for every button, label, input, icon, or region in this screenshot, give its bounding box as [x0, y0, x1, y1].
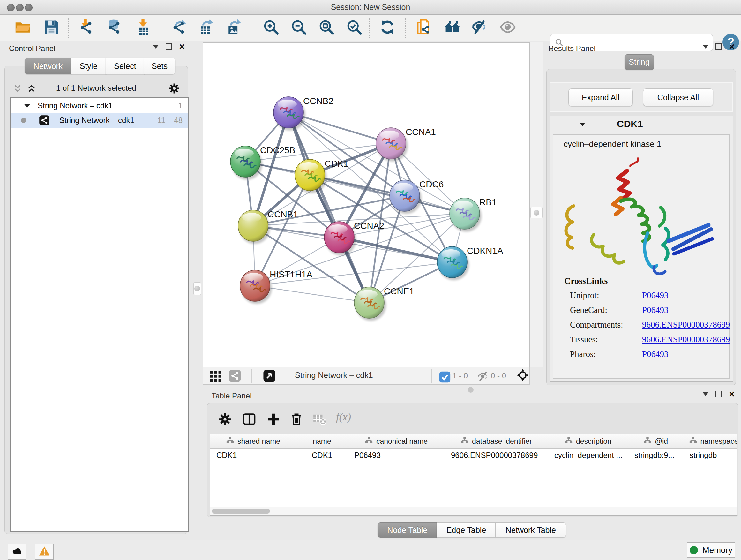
string-home-button[interactable] [443, 18, 461, 37]
tree-expand-icon[interactable] [22, 101, 32, 111]
zoom-out-icon [290, 19, 307, 37]
column-header-database-identifier[interactable]: database identifier [445, 434, 548, 449]
network-node-CCNB1[interactable]: CCNB1 [238, 209, 298, 244]
network-node-CCNE1[interactable]: CCNE1 [354, 287, 414, 321]
add-column-icon[interactable] [266, 412, 281, 427]
collapse-all-button[interactable]: Collapse All [643, 88, 713, 106]
crosslink-link[interactable]: P06493 [642, 291, 669, 300]
virtual-column-icon [461, 436, 469, 446]
tab-network-table[interactable]: Network Table [495, 522, 566, 538]
right-splitter[interactable] [530, 43, 543, 367]
import-network-button[interactable] [77, 18, 95, 37]
table-cell[interactable]: CDK1 [296, 448, 348, 462]
selected-checkbox-icon[interactable] [439, 371, 449, 381]
column-header-namespace[interactable]: namespace [683, 434, 737, 449]
right-splitter-handle[interactable] [530, 207, 542, 219]
column-header-name[interactable]: name [296, 434, 348, 449]
table-cell[interactable]: cyclin–dependent ... [548, 448, 628, 462]
cloud-status-button[interactable] [8, 544, 26, 560]
tab-network[interactable]: Network [24, 58, 71, 74]
crosshair-icon[interactable] [516, 369, 530, 383]
network-node-HIST1H1A[interactable]: HIST1H1A [240, 269, 313, 304]
cytoscape-window: Session: New Session ? Control Panel [0, 0, 741, 560]
table-cell[interactable]: stringdb:9... [628, 448, 683, 462]
crosslink-link[interactable]: 9606.ENSP00000378699 [642, 334, 730, 345]
column-header--id[interactable]: @id [628, 434, 684, 449]
column-header-shared-name[interactable]: shared name [210, 434, 296, 449]
save-session-button[interactable] [42, 18, 61, 37]
network-row-selected[interactable]: String Network – cdk1 11 48 [11, 113, 188, 128]
tab-sets[interactable]: Sets [144, 58, 175, 74]
panel-float-icon[interactable] [165, 44, 172, 50]
hidden-eye-icon[interactable] [477, 370, 488, 381]
network-badge-icon[interactable] [228, 369, 241, 382]
show-columns-icon[interactable] [242, 412, 257, 427]
warning-icon [39, 545, 50, 558]
table-cell[interactable]: 9606.ENSP00000378699 [445, 448, 548, 462]
network-node-CCNA2[interactable]: CCNA2 [324, 221, 384, 255]
export-network-button[interactable] [170, 18, 188, 37]
warnings-button[interactable] [35, 544, 54, 560]
crosslink-link[interactable]: 9606.ENSP00000378699 [642, 320, 730, 330]
network-node-CCNA1[interactable]: CCNA1 [376, 127, 436, 162]
zoom-out-button[interactable] [289, 18, 308, 37]
expand-all-button[interactable]: Expand All [568, 88, 633, 106]
import-network-from-database-button[interactable] [105, 18, 124, 37]
network-collection-row[interactable]: String Network – cdk1 1 [11, 98, 188, 113]
network-node-CDK1[interactable]: CDK1 [295, 159, 348, 193]
tab-string[interactable]: String [624, 54, 654, 70]
panel-close-icon[interactable]: × [179, 44, 185, 50]
column-header-canonical-name[interactable]: canonical name [348, 434, 445, 449]
virtual-column-icon [689, 436, 697, 446]
clone-network-button[interactable] [415, 18, 434, 37]
tab-node-table[interactable]: Node Table [378, 522, 437, 538]
zoom-selected-button[interactable] [345, 18, 363, 37]
column-header-description[interactable]: description [548, 434, 628, 449]
scrollbar-thumb[interactable] [212, 509, 270, 514]
toolbar-divider [431, 369, 432, 383]
zoom-fit-button[interactable] [317, 18, 336, 37]
panel-close-icon[interactable]: × [729, 44, 735, 50]
refresh-layout-button[interactable] [378, 18, 397, 37]
panel-close-icon[interactable]: × [729, 391, 735, 397]
open-session-button[interactable] [13, 18, 32, 37]
gene-section-header[interactable]: CDK1 [550, 116, 733, 132]
export-image-button[interactable] [225, 18, 243, 37]
panel-menu-icon[interactable] [703, 392, 709, 396]
table-cell[interactable]: P06493 [348, 448, 445, 462]
tab-edge-table[interactable]: Edge Table [436, 522, 496, 538]
network-node-CCNB2[interactable]: CCNB2 [273, 96, 333, 131]
network-options-gear-icon[interactable] [168, 82, 180, 95]
table-cell[interactable]: stringdb [683, 448, 737, 462]
panel-float-icon[interactable] [716, 391, 722, 397]
import-table-button[interactable] [134, 18, 152, 37]
export-table-button[interactable] [197, 18, 215, 37]
panel-float-icon[interactable] [716, 44, 722, 50]
delete-column-icon[interactable] [289, 412, 304, 427]
zoom-in-button[interactable] [262, 18, 280, 37]
network-node-CDKN1A[interactable]: CDKN1A [437, 246, 503, 280]
table-cell[interactable]: CDK1 [210, 448, 296, 462]
tab-select[interactable]: Select [106, 58, 145, 74]
memory-button[interactable]: Memory [687, 543, 735, 558]
birdseye-view-icon[interactable] [263, 369, 276, 382]
edge-count: 48 [174, 116, 183, 125]
table-options-gear-icon[interactable] [218, 412, 232, 427]
grid-view-icon[interactable] [209, 369, 222, 382]
tab-style[interactable]: Style [71, 58, 106, 74]
left-splitter-handle[interactable] [193, 282, 201, 295]
crosslink-link[interactable]: P06493 [642, 349, 669, 359]
network-view-canvas[interactable]: CCNB2CCNA1CDC25BCDK1CDC6RB1CCNB1CCNA2CDK… [203, 43, 530, 367]
panel-menu-icon[interactable] [153, 45, 158, 49]
panel-menu-icon[interactable] [703, 45, 709, 49]
hide-glass-button[interactable] [470, 18, 489, 37]
toolbar-divider [369, 18, 369, 38]
horizontal-scrollbar[interactable] [210, 507, 737, 515]
results-panel-title: Results Panel [548, 44, 596, 53]
section-collapse-icon[interactable] [578, 120, 587, 129]
crosslink-link[interactable]: P06493 [642, 305, 669, 315]
network-node-CDC25B[interactable]: CDC25B [230, 145, 295, 180]
show-glass-button[interactable] [498, 18, 517, 37]
delete-table-icon [313, 412, 327, 427]
network-node-RB1[interactable]: RB1 [450, 197, 496, 232]
